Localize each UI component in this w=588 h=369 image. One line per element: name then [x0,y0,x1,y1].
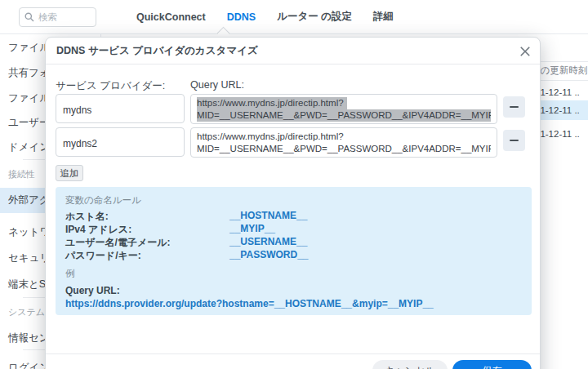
remove-row-button-2[interactable] [503,130,525,151]
table-row[interactable]: 21-12-11 .. [535,82,588,102]
query-url-label: Query URL: [190,79,244,91]
footer-divider [46,353,540,354]
close-icon[interactable] [519,46,531,57]
search-input[interactable] [38,12,89,22]
provider-name-input-1[interactable] [56,94,185,123]
rule-ipv4-value: __MYIP__ [229,223,275,234]
rules-title: 変数の命名ルール [65,194,141,207]
variable-naming-rules-box: 変数の命名ルール ホスト名: __HOSTNAME__ IPv4 アドレス: _… [56,187,532,315]
table-row[interactable]: 21-12-11 .. [535,124,588,144]
save-button[interactable]: 保存 [452,360,532,369]
minus-icon [510,140,519,141]
ddns-customize-dialog: DDNS サービス プロバイダのカスタマイズ サービス プロバイダー: Quer… [45,37,541,369]
example-query-url-label: Query URL: [65,285,120,296]
tab-bar: QuickConnect DDNS ルーター の設定 詳細 [136,0,394,33]
provider-name-input-2[interactable] [56,127,185,157]
rule-hostname-value: __HOSTNAME__ [229,210,307,221]
top-bar: QuickConnect DDNS ルーター の設定 詳細 [0,0,588,34]
rule-ipv4-label: IPv4 アドレス: [65,223,131,237]
remove-row-button-1[interactable] [503,96,525,118]
example-label: 例 [65,268,75,280]
dialog-header: DDNS サービス プロバイダのカスタマイズ [46,38,540,64]
example-query-url: https://ddns.provider.org/update?hostnam… [65,298,434,309]
rule-username-label: ユーザー名/電子メール: [65,236,170,250]
rule-password-value: __PASSWORD__ [229,249,308,260]
query-url-input-2[interactable]: https://www.mydns.jp/directip.html? MID=… [190,127,497,158]
cancel-button[interactable]: キャンセル [372,360,448,369]
rule-password-label: パスワード/キー: [65,249,141,263]
tab-router-config[interactable]: ルーター の設定 [277,10,352,24]
search-icon [24,12,34,22]
query-url-input-1[interactable]: https://www.mydns.jp/directip.html? MID=… [190,94,497,124]
query-url-line: MID=__USERNAME__&PWD=__PASSWORD__&IPV4AD… [197,143,491,155]
minus-icon [510,106,519,108]
service-provider-label: サービス プロバイダー: [56,79,165,93]
tab-quickconnect[interactable]: QuickConnect [136,11,206,23]
tab-ddns[interactable]: DDNS [227,11,256,23]
search-box[interactable] [19,7,96,27]
rule-hostname-label: ホスト名: [65,210,109,224]
add-provider-button[interactable]: 追加 [56,165,83,181]
query-url-line: https://www.mydns.jp/directip.html? [197,131,491,143]
dialog-title: DDNS サービス プロバイダのカスタマイズ [56,38,258,64]
query-url-line: https://www.mydns.jp/directip.html? [197,97,491,109]
tab-advanced[interactable]: 詳細 [373,10,394,24]
query-url-line: MID=__USERNAME__&PWD=__PASSWORD__&IPV4AD… [197,109,491,122]
rule-username-value: __USERNAME__ [229,236,307,247]
